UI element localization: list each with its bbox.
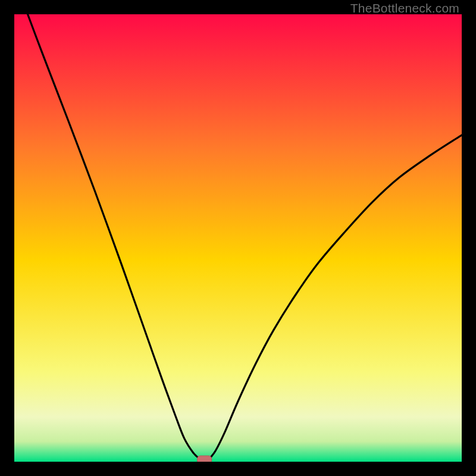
- watermark-text: TheBottleneck.com: [350, 1, 459, 15]
- gradient-fill: [14, 14, 462, 462]
- chart-frame: [14, 14, 462, 462]
- optimal-point-marker: [198, 456, 212, 462]
- bottleneck-chart: [14, 14, 462, 462]
